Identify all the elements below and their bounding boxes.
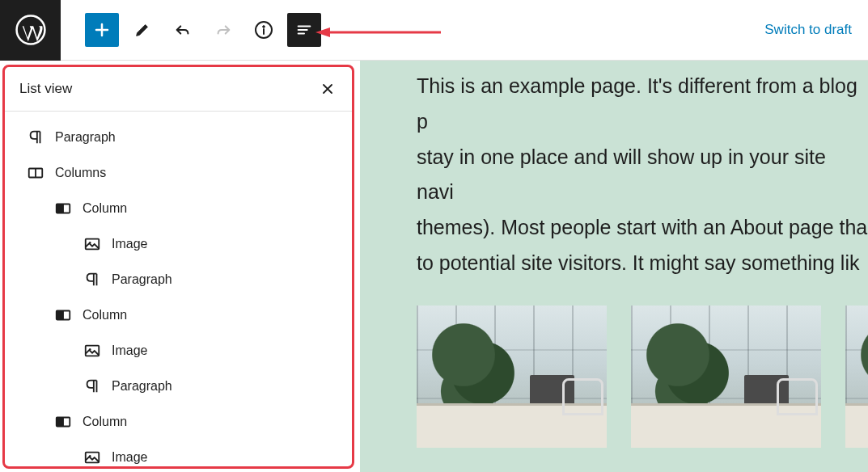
pencil-icon (133, 21, 151, 39)
column-icon (53, 199, 73, 218)
paragraph-icon (83, 270, 102, 289)
wp-logo[interactable] (0, 0, 61, 61)
block-tree: ParagraphColumnsColumnImageParagraphColu… (5, 112, 352, 469)
column-icon (53, 306, 73, 325)
image-block[interactable] (631, 306, 821, 448)
switch-to-draft-link[interactable]: Switch to draft (764, 22, 852, 37)
columns-block[interactable]: Type / to choose a block Type / to choos… (417, 306, 868, 473)
tree-item-label: Paragraph (112, 272, 172, 287)
info-icon (254, 20, 273, 40)
tree-item-column[interactable]: Column (5, 191, 352, 226)
paragraph-block[interactable]: This is an example page. It's different … (417, 69, 868, 281)
svg-point-9 (263, 26, 265, 28)
paragraph-icon (26, 128, 45, 147)
tree-item-image[interactable]: Image (5, 226, 352, 262)
tree-item-label: Image (112, 343, 147, 358)
paragraph-icon (83, 377, 102, 396)
tree-item-image[interactable]: Image (5, 440, 352, 469)
tree-item-column[interactable]: Column (5, 297, 352, 333)
tree-item-label: Column (83, 201, 127, 216)
tree-item-paragraph[interactable]: Paragraph (5, 369, 352, 404)
tree-item-label: Image (112, 237, 147, 251)
tree-item-label: Columns (55, 166, 106, 180)
tree-item-label: Image (112, 450, 147, 465)
listview-title: List view (19, 81, 72, 97)
listview-panel: List view ParagraphColumnsColumnImagePar… (2, 65, 354, 469)
image-icon (83, 234, 102, 254)
image-icon (83, 448, 102, 467)
tree-item-image[interactable]: Image (5, 333, 352, 369)
tree-item-label: Column (83, 415, 127, 429)
close-icon (320, 81, 336, 97)
image-block[interactable] (845, 306, 868, 448)
add-block-button[interactable] (85, 13, 119, 47)
tree-item-columns[interactable]: Columns (5, 155, 352, 191)
undo-button[interactable] (166, 13, 200, 47)
image-icon (83, 341, 102, 360)
plus-icon (92, 20, 112, 40)
image-block[interactable] (417, 306, 607, 448)
listview-toggle-button[interactable] (287, 13, 321, 47)
edit-mode-button[interactable] (125, 13, 159, 47)
tree-item-column[interactable]: Column (5, 404, 352, 440)
redo-button[interactable] (206, 13, 240, 47)
undo-icon (174, 21, 192, 39)
column-block[interactable]: Ty bl (845, 306, 868, 473)
listview-header: List view (5, 67, 352, 112)
listview-icon (295, 21, 313, 39)
tree-item-paragraph[interactable]: Paragraph (5, 262, 352, 297)
info-button[interactable] (247, 13, 281, 47)
wordpress-icon (15, 15, 46, 45)
columns-icon (26, 163, 45, 183)
editor-canvas[interactable]: This is an example page. It's different … (360, 61, 868, 472)
column-icon (53, 412, 73, 432)
tree-item-paragraph[interactable]: Paragraph (5, 120, 352, 155)
tree-item-label: Column (83, 308, 127, 322)
listview-close-button[interactable] (318, 79, 337, 99)
column-block[interactable]: Type / to choose a block (417, 306, 607, 473)
redo-icon (214, 21, 232, 39)
editor-toolbar: Switch to draft (0, 0, 868, 61)
tree-item-label: Paragraph (55, 130, 116, 145)
column-block[interactable]: Type / to choose a block (631, 306, 821, 473)
tree-item-label: Paragraph (112, 379, 172, 394)
